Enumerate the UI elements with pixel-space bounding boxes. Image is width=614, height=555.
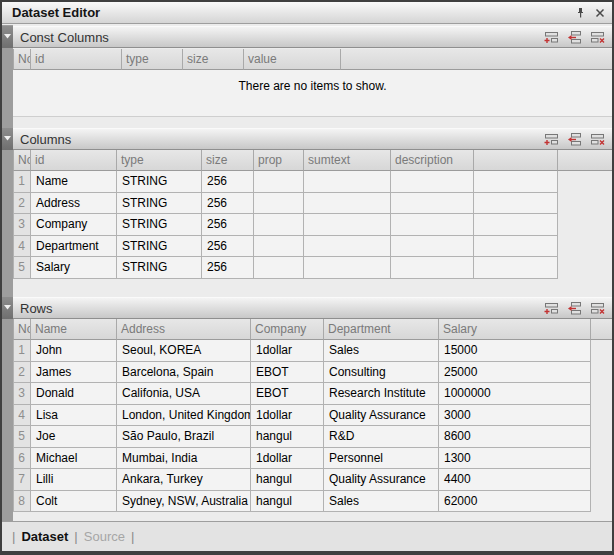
cell[interactable] (391, 171, 474, 193)
cell[interactable]: Quality Assurance (324, 469, 439, 491)
add-row-icon[interactable] (544, 133, 559, 146)
collapse-section-button[interactable] (2, 26, 13, 48)
add-row-icon[interactable] (544, 31, 559, 44)
cell[interactable]: Joe (31, 426, 117, 448)
cell[interactable]: EBOT (251, 383, 324, 405)
delete-row-icon[interactable] (590, 133, 605, 146)
cell[interactable]: 1dollar (251, 405, 324, 427)
cell[interactable]: R&D (324, 426, 439, 448)
row-number-cell[interactable]: 3 (13, 383, 31, 405)
cell[interactable]: 1dollar (251, 448, 324, 470)
cell[interactable]: Department (31, 236, 117, 258)
row-number-cell[interactable]: 5 (13, 426, 31, 448)
cell[interactable]: Lisa (31, 405, 117, 427)
cell[interactable] (391, 193, 474, 215)
cell[interactable]: hangul (251, 426, 324, 448)
cell[interactable]: 15000 (439, 340, 591, 362)
cell[interactable]: Quality Assurance (324, 405, 439, 427)
cell[interactable]: Califonia, USA (117, 383, 251, 405)
cell[interactable] (304, 214, 391, 236)
cell[interactable]: Sales (324, 340, 439, 362)
cell[interactable]: STRING (117, 214, 202, 236)
close-icon[interactable] (592, 5, 608, 21)
cell[interactable]: Salary (31, 257, 117, 279)
cell[interactable]: Michael (31, 448, 117, 470)
cell[interactable]: 1000000 (439, 383, 591, 405)
cell[interactable]: Lilli (31, 469, 117, 491)
pin-icon[interactable] (572, 5, 588, 21)
cell[interactable]: John (31, 340, 117, 362)
row-number-cell[interactable]: 3 (13, 214, 31, 236)
cell[interactable]: 25000 (439, 362, 591, 384)
columns-header-row: No id type size prop sumtext description (13, 150, 612, 171)
cell[interactable] (254, 257, 304, 279)
row-number-cell[interactable]: 7 (13, 469, 31, 491)
cell[interactable]: Company (31, 214, 117, 236)
cell[interactable]: Mumbai, India (117, 448, 251, 470)
row-number-cell[interactable]: 8 (13, 491, 31, 513)
cell[interactable]: 256 (202, 171, 254, 193)
cell[interactable]: Ankara, Turkey (117, 469, 251, 491)
cell[interactable] (254, 171, 304, 193)
cell[interactable]: hangul (251, 469, 324, 491)
cell[interactable]: 256 (202, 193, 254, 215)
delete-row-icon[interactable] (590, 302, 605, 315)
row-number-cell[interactable]: 5 (13, 257, 31, 279)
cell[interactable]: Personnel (324, 448, 439, 470)
cell[interactable]: Consulting (324, 362, 439, 384)
cell[interactable]: STRING (117, 193, 202, 215)
cell[interactable]: 8600 (439, 426, 591, 448)
cell[interactable]: 1300 (439, 448, 591, 470)
cell[interactable]: São Paulo, Brazil (117, 426, 251, 448)
tab-dataset[interactable]: Dataset (21, 529, 68, 544)
cell[interactable] (304, 236, 391, 258)
add-row-icon[interactable] (544, 302, 559, 315)
cell[interactable]: 256 (202, 257, 254, 279)
tab-source[interactable]: Source (84, 529, 125, 544)
cell[interactable]: 62000 (439, 491, 591, 513)
cell[interactable]: James (31, 362, 117, 384)
cell[interactable] (391, 257, 474, 279)
collapse-section-button[interactable] (2, 128, 13, 150)
row-number-cell[interactable]: 4 (13, 236, 31, 258)
cell[interactable]: Colt (31, 491, 117, 513)
cell[interactable]: 1dollar (251, 340, 324, 362)
row-number-cell[interactable]: 4 (13, 405, 31, 427)
row-number-cell[interactable]: 2 (13, 362, 31, 384)
cell[interactable]: 3000 (439, 405, 591, 427)
delete-row-icon[interactable] (590, 31, 605, 44)
cell[interactable]: 256 (202, 214, 254, 236)
cell[interactable]: Address (31, 193, 117, 215)
cell[interactable] (304, 257, 391, 279)
cell[interactable]: 4400 (439, 469, 591, 491)
cell[interactable] (304, 171, 391, 193)
cell[interactable] (304, 193, 391, 215)
cell[interactable] (254, 236, 304, 258)
cell[interactable]: STRING (117, 171, 202, 193)
row-number-cell[interactable]: 6 (13, 448, 31, 470)
insert-row-icon[interactable] (567, 31, 582, 44)
cell[interactable] (254, 193, 304, 215)
cell[interactable]: STRING (117, 257, 202, 279)
collapse-section-button[interactable] (2, 297, 13, 319)
cell[interactable]: Research Institute (324, 383, 439, 405)
cell[interactable]: 256 (202, 236, 254, 258)
cell[interactable] (391, 236, 474, 258)
cell[interactable]: Barcelona, Spain (117, 362, 251, 384)
cell[interactable] (391, 214, 474, 236)
insert-row-icon[interactable] (567, 302, 582, 315)
cell[interactable]: Donald (31, 383, 117, 405)
row-number-cell[interactable]: 1 (13, 171, 31, 193)
insert-row-icon[interactable] (567, 133, 582, 146)
cell[interactable] (254, 214, 304, 236)
cell[interactable]: Name (31, 171, 117, 193)
cell[interactable]: EBOT (251, 362, 324, 384)
row-number-cell[interactable]: 1 (13, 340, 31, 362)
cell[interactable]: STRING (117, 236, 202, 258)
cell[interactable]: London, United Kingdom (117, 405, 251, 427)
cell[interactable]: Seoul, KOREA (117, 340, 251, 362)
cell[interactable]: Sydney, NSW, Australia (117, 491, 251, 513)
row-number-cell[interactable]: 2 (13, 193, 31, 215)
cell[interactable]: hangul (251, 491, 324, 513)
cell[interactable]: Sales (324, 491, 439, 513)
